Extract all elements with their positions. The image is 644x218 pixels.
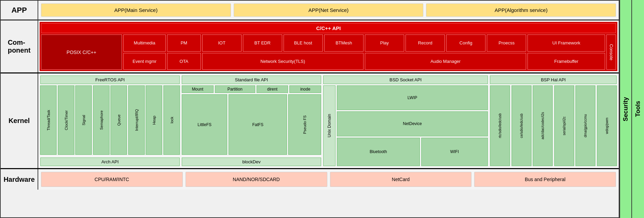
bsp-box-2: adc/dac/codec/i2s xyxy=(533,85,552,166)
multimedia-box: Multimedia xyxy=(123,35,166,52)
kernel-label: Kernel xyxy=(1,73,38,168)
lwip-box: LWIP xyxy=(337,85,488,110)
kernel-inner: FreeRTOS API Thread/Task Clock/Timer Sig… xyxy=(38,73,619,168)
c-api-bar: C/C++ API xyxy=(41,23,616,33)
littlefs-box: LittleFS xyxy=(182,94,227,155)
kernel-row: Kernel FreeRTOS API Thread/Task Clock/Ti… xyxy=(1,73,619,169)
framebuffer-box: Framebuffer xyxy=(527,53,605,70)
app-row: APP APP(Main Service) APP(Net Service) A… xyxy=(1,1,619,21)
mount-box: Mount xyxy=(182,85,214,93)
app-main-service: APP(Main Service) xyxy=(41,3,231,17)
pm-box: PM xyxy=(167,35,201,52)
interrupt-irq-box: Interrupt/IRQ xyxy=(128,85,145,155)
bsp-box-5: wdog/pwm xyxy=(597,85,617,166)
audio-manager-box: Audio Manager xyxy=(365,53,526,70)
queue-box: Queue xyxy=(111,85,127,155)
record-box: Record xyxy=(406,35,445,52)
arch-api-label: Arch API xyxy=(40,158,180,166)
bsd-right: LWIP NetDevice Bluetooth WIFI xyxy=(337,85,488,166)
ble-host-box: BLE host xyxy=(284,35,323,52)
clock-timer-box: Clock/Timer xyxy=(58,85,74,155)
bsp-vert-boxes: rtc/sdio/ledc/usb ce/sdio/ledc/usb adc/d… xyxy=(490,85,617,166)
hw-cpu-box: CPU/RAM/INTC xyxy=(41,172,183,187)
process-box: Proecss xyxy=(487,35,526,52)
tools-col: Tools xyxy=(632,0,644,218)
bsp-section: BSP Hal API rtc/sdio/ledc/usb ce/sdio/le… xyxy=(490,76,617,166)
main-content: APP APP(Main Service) APP(Net Service) A… xyxy=(0,0,619,218)
console-box: Console xyxy=(606,35,616,70)
app-label: APP xyxy=(1,1,38,19)
play-box: Play xyxy=(365,35,404,52)
hw-inner: CPU/RAM/INTC NAND/NOR/SDCARD NetCard Bus… xyxy=(38,169,619,190)
stdfile-api-label: Standard file API xyxy=(182,76,321,84)
bluetooth-box: Bluetooth xyxy=(337,138,420,166)
stdfile-section: Standard file API Mount Partition dirent… xyxy=(182,76,321,166)
fatfs-box: FatFS xyxy=(229,94,287,155)
freertos-section: FreeRTOS API Thread/Task Clock/Timer Sig… xyxy=(40,76,180,166)
unix-domain-box: Unix Domain xyxy=(323,85,335,166)
iot-box: IOT xyxy=(202,35,242,52)
heap-box: Heap xyxy=(146,85,162,155)
hw-netcard-box: NetCard xyxy=(330,172,472,187)
inode-box: inode xyxy=(289,85,321,93)
bsp-box-3: serial/spi/i2c xyxy=(554,85,574,166)
app-net-service: APP(Net Service) xyxy=(234,3,424,17)
right-col: Security Tools xyxy=(619,0,644,218)
config-box: Config xyxy=(446,35,485,52)
bt-edr-box: BT EDR xyxy=(243,35,282,52)
component-boxes-row1: POSIX C/C++ Multimedia PM Event mgmr OTA xyxy=(41,35,616,70)
netdevice-box: NetDevice xyxy=(337,111,488,136)
posix-box: POSIX C/C++ xyxy=(41,35,122,70)
lock-box: lock xyxy=(164,85,180,155)
component-label: Com-ponent xyxy=(1,21,38,72)
blockdev-label: blockDev xyxy=(182,158,321,166)
stdfile-mid: LittleFS FatFS Pseudo FS xyxy=(182,94,321,155)
app-algorithm-service: APP(Algorithm service) xyxy=(426,3,616,17)
component-row: Com-ponent C/C++ API POSIX C/C++ Multime… xyxy=(1,21,619,73)
hw-nand-box: NAND/NOR/SDCARD xyxy=(186,172,327,187)
network-security-box: Network Security(TLS) xyxy=(202,53,364,70)
signal-box: Signal xyxy=(76,85,92,155)
ui-framework-box: UI Framework xyxy=(527,35,605,52)
semaphore-box: Semaphore xyxy=(93,85,110,155)
thread-task-box: Thread/Task xyxy=(40,85,57,155)
dirent-box: dirent xyxy=(257,85,288,93)
component-inner: C/C++ API POSIX C/C++ Multimedia PM Even… xyxy=(40,22,617,71)
stdfile-top: Mount Partition dirent inode xyxy=(182,85,321,93)
hardware-row: Hardware CPU/RAM/INTC NAND/NOR/SDCARD Ne… xyxy=(1,169,619,190)
security-col: Security xyxy=(620,0,632,218)
app-services: APP(Main Service) APP(Net Service) APP(A… xyxy=(38,1,619,19)
bt-mesh-box: BTMesh xyxy=(324,35,364,52)
hw-bus-box: Bus and Peripheral xyxy=(474,172,616,187)
partition-box: Partition xyxy=(215,85,255,93)
bsd-inner: Unix Domain LWIP NetDevice Bluetooth WIF… xyxy=(323,85,488,166)
pseudo-fs-box: Pseudo FS xyxy=(288,94,321,155)
bsp-api-label: BSP Hal API xyxy=(490,76,617,84)
bsp-box-0: rtc/sdio/ledc/usb xyxy=(490,85,510,166)
bsp-box-4: dma/gpio/ccmu xyxy=(575,85,595,166)
hardware-label: Hardware xyxy=(1,169,38,190)
freertos-vert-boxes: Thread/Task Clock/Timer Signal Semaphore… xyxy=(40,85,180,155)
event-mgmr-box: Event mgmr xyxy=(123,53,166,70)
diagram: APP APP(Main Service) APP(Net Service) A… xyxy=(0,0,644,218)
freertos-api-label: FreeRTOS API xyxy=(40,76,180,84)
bsp-box-1: ce/sdio/ledc/usb xyxy=(511,85,531,166)
ota-box: OTA xyxy=(167,53,201,70)
bsd-api-label: BSD Socket API xyxy=(323,76,488,84)
wifi-box: WIFI xyxy=(421,138,488,166)
bsd-section: BSD Socket API Unix Domain LWIP NetDevic… xyxy=(323,76,488,166)
